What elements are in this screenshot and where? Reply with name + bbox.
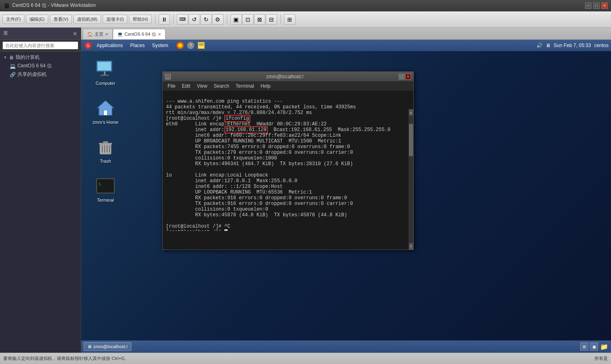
cursor: [224, 229, 228, 231]
vm-settings-button[interactable]: ⚙: [212, 14, 224, 25]
sidebar-header: 库 ✕: [0, 28, 81, 40]
svg-rect-23: [97, 179, 114, 192]
terminal-line-10: TX packets:279 errors:0 dropped:0 overru…: [166, 150, 353, 155]
terminal-close-btn[interactable]: ✕: [405, 74, 411, 80]
svg-rect-11: [104, 71, 105, 75]
terminal-menu-edit[interactable]: Edit: [179, 83, 194, 89]
desktop-icon-home[interactable]: zmm's Home: [89, 98, 122, 125]
desktop-icon-trash[interactable]: Trash: [89, 137, 122, 164]
statusbar-text: 要将输入定向到该虚拟机，请将鼠标指针移入其中或按 Ctrl+G。: [3, 355, 129, 362]
view-fit-button[interactable]: ⊟: [266, 14, 277, 25]
terminal-title: zmm@localhost:/: [171, 74, 399, 80]
desktop-icon-terminal[interactable]: $_ Terminal: [89, 176, 122, 203]
centos-area: 🏠 主页 ✕ 💻 CentOS 6 64 位 ✕ G Applications: [81, 28, 611, 353]
scrollbar-down-btn[interactable]: ▼: [409, 243, 413, 250]
gnome-menu-system[interactable]: System: [149, 42, 172, 49]
vmware-title: CentOS 6 64 位 - VMware Workstation: [12, 2, 585, 9]
view-full-button[interactable]: ⊡: [242, 14, 254, 25]
terminal-menubar: File Edit View Search Terminal Help: [163, 82, 413, 90]
home-icon-label: zmm's Home: [91, 119, 120, 125]
terminal-menu-file[interactable]: File: [164, 83, 179, 89]
menu-help[interactable]: 帮助(H): [129, 15, 151, 24]
home-tab-close[interactable]: ✕: [105, 32, 108, 37]
taskbar-files-icon[interactable]: 📁: [600, 342, 609, 351]
terminal-prompt: [root@localhost /]#: [166, 229, 228, 231]
snapshot-restore-button[interactable]: ↻: [200, 14, 212, 25]
gnome-hostname: centos: [594, 43, 609, 48]
minimize-button[interactable]: ─: [585, 2, 592, 9]
firefox-icon[interactable]: [176, 41, 185, 50]
terminal-menu-terminal[interactable]: Terminal: [232, 83, 257, 89]
scrollbar-thumb[interactable]: [409, 124, 413, 156]
toolbar-extra-button[interactable]: ⊞: [284, 14, 295, 25]
tab-home[interactable]: 🏠 主页 ✕: [83, 29, 113, 39]
maximize-button[interactable]: □: [593, 2, 600, 9]
terminal-line-12: RX bytes:496341 (484.7 KiB) TX bytes:283…: [166, 161, 353, 167]
toolbar-group-2: ▣ ⊡ ⊠ ⊟: [230, 14, 277, 25]
gnome-menu-places[interactable]: Places: [127, 42, 148, 49]
menu-edit[interactable]: 编辑(E): [26, 15, 48, 24]
home-tab-label: 主页: [95, 31, 103, 37]
svg-point-3: [178, 43, 182, 47]
sidebar-tree: ▼ 🖥 我的计算机 💻 CentOS 6 64 位 🔗 共享的虚拟机: [0, 52, 81, 353]
gnome-volume-icon[interactable]: 🔊: [536, 43, 542, 48]
menu-tab[interactable]: 选项卡(I): [103, 15, 127, 24]
menu-view[interactable]: 查看(V): [50, 15, 72, 24]
svg-rect-10: [98, 62, 111, 70]
gnome-network-icon[interactable]: 🖥: [546, 43, 551, 48]
sidebar-item-my-computer[interactable]: ▼ 🖥 我的计算机: [0, 53, 81, 62]
terminal-minimize-btn[interactable]: _: [165, 74, 171, 80]
close-button[interactable]: ✕: [601, 2, 608, 9]
sidebar-close-button[interactable]: ✕: [73, 30, 77, 37]
gnome-menu-applications[interactable]: Applications: [93, 42, 126, 49]
vmware-titlebar: 🖥 CentOS 6 64 位 - VMware Workstation ─ □…: [0, 0, 611, 11]
menu-file[interactable]: 文件(F): [2, 15, 24, 24]
toolbar-group-1: ⌨ ↺ ↻ ⚙: [177, 14, 224, 25]
help-icon[interactable]: ?: [186, 41, 195, 50]
terminal-titlebar: _ zmm@localhost:/ □ ✕: [163, 72, 413, 82]
sidebar-item-shared[interactable]: 🔗 共享的虚拟机: [0, 70, 81, 79]
tab-centos[interactable]: 💻 CentOS 6 64 位 ✕: [113, 29, 166, 39]
terminal-menu-search[interactable]: Search: [211, 83, 232, 89]
expand-arrow-icon: ▼: [3, 55, 7, 60]
sidebar-search-input[interactable]: [2, 41, 78, 50]
sidebar: 库 ✕ ▼ 🖥 我的计算机 💻 CentOS 6 64 位 🔗 共享的虚拟: [0, 28, 81, 353]
terminal-blank-1: [166, 167, 169, 172]
view-unity-button[interactable]: ⊠: [254, 14, 265, 25]
text-editor-icon[interactable]: [197, 41, 206, 50]
centos-tab-close[interactable]: ✕: [158, 32, 161, 37]
terminal-line-9: RX packets:7455 errors:0 dropped:0 overr…: [166, 144, 350, 150]
terminal-line-11: collisions:0 txqueuelen:1000: [166, 155, 277, 161]
snapshot-button[interactable]: ↺: [189, 14, 200, 25]
menu-vm[interactable]: 虚拟机(M): [73, 15, 101, 24]
taskbar-show-desktop-btn[interactable]: ⊞: [580, 342, 588, 351]
svg-rect-17: [103, 141, 108, 143]
terminal-menu-help[interactable]: Help: [257, 83, 274, 89]
scrollbar-up-btn[interactable]: ▲: [409, 109, 413, 116]
terminal-scrollbar[interactable]: ▲ ▼: [409, 109, 413, 250]
send-ctrl-alt-del-button[interactable]: ⌨: [177, 14, 188, 25]
sidebar-title: 库: [3, 30, 73, 37]
terminal-line-16: UP LOOPBACK RUNNING MTU:65536 Metric:1: [166, 190, 312, 195]
taskbar-terminal-item[interactable]: 🖥 zmm@localhost:/: [84, 342, 131, 351]
svg-rect-16: [99, 143, 112, 144]
terminal-restore-btn[interactable]: □: [399, 74, 404, 80]
terminal-icon-label: Terminal: [95, 197, 116, 203]
taskbar-workspace-btn[interactable]: ▣: [590, 342, 598, 351]
terminal-menu-view[interactable]: View: [194, 83, 211, 89]
desktop-icon-computer[interactable]: Computer: [89, 59, 122, 86]
svg-text:$_: $_: [99, 182, 103, 186]
terminal-line-13: lo Link encap:Local Loopback: [166, 172, 268, 178]
tab-bar: 🏠 主页 ✕ 💻 CentOS 6 64 位 ✕: [81, 28, 611, 40]
terminal-content[interactable]: --- www.a.shifen.com ping statistics ---…: [163, 90, 413, 231]
terminal-line-18: TX packets:916 errors:0 dropped:0 overru…: [166, 201, 353, 207]
terminal-line-8: UP BROADCAST RUNNING MULTICAST MTU:1500 …: [166, 138, 341, 144]
centos-desktop[interactable]: Computer zmm's Home: [81, 51, 611, 353]
centos-label: CentOS 6 64 位: [17, 62, 52, 69]
vmware-toolbar: 文件(F) 编辑(E) 查看(V) 虚拟机(M) 选项卡(I) 帮助(H) ⏸ …: [0, 11, 611, 28]
desktop-icons-area: Computer zmm's Home: [81, 51, 142, 211]
view-normal-button[interactable]: ▣: [230, 14, 242, 25]
pause-button[interactable]: ⏸: [159, 14, 170, 25]
toolbar-separator-3: [227, 15, 227, 24]
sidebar-item-centos[interactable]: 💻 CentOS 6 64 位: [0, 62, 81, 70]
